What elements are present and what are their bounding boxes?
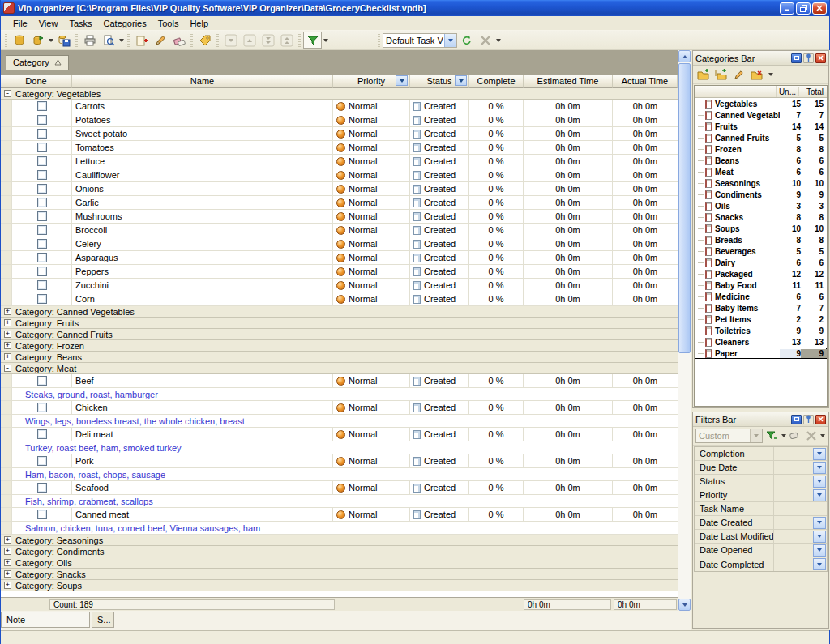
apply-filter-icon[interactable] (764, 429, 778, 443)
categories-pin-icon[interactable] (803, 53, 814, 63)
column-header-complete[interactable]: Complete (469, 75, 524, 88)
categories-float-icon[interactable] (791, 53, 802, 63)
category-item[interactable]: Oils33 (695, 200, 827, 211)
task-checkbox[interactable] (37, 211, 47, 221)
category-group-row[interactable]: -Category: Vegetables (1, 88, 678, 100)
category-item[interactable]: Medicine66 (695, 291, 827, 302)
open-database-icon[interactable] (28, 32, 47, 49)
category-item[interactable]: Pet Items22 (695, 313, 827, 325)
filter-value[interactable] (774, 488, 813, 501)
close-button[interactable] (812, 2, 827, 15)
priority-filter-dropdown-icon[interactable] (396, 75, 408, 86)
filters-pin-icon[interactable] (803, 415, 814, 424)
category-group-row[interactable]: +Category: Beans (1, 352, 678, 363)
task-view-dropdown-icon[interactable] (444, 34, 456, 47)
column-header-priority[interactable]: Priority (333, 75, 410, 88)
collapse-icon[interactable]: - (4, 90, 11, 97)
category-item[interactable]: Fruits1414 (695, 121, 827, 132)
expand-icon[interactable]: + (4, 559, 11, 566)
filter-value[interactable] (774, 461, 813, 474)
restore-button[interactable] (796, 2, 811, 15)
filter-value[interactable] (774, 502, 827, 515)
filter-dropdown-icon[interactable] (813, 544, 826, 557)
menu-tasks[interactable]: Tasks (63, 18, 97, 29)
scrollbar-thumb[interactable] (678, 63, 691, 353)
filters-close-icon[interactable] (815, 415, 826, 424)
expand-icon[interactable]: + (4, 536, 11, 544)
delete-category-icon[interactable] (749, 67, 765, 82)
status-filter-dropdown-icon[interactable] (455, 75, 467, 86)
category-item[interactable]: Toiletries99 (695, 325, 827, 336)
task-row[interactable]: PorkNormalCreated0 %0h 0m0h 0m (1, 454, 678, 468)
new-task-icon[interactable] (132, 32, 151, 49)
tab-note[interactable]: Note (1, 612, 90, 628)
column-header-status[interactable]: Status (410, 75, 469, 88)
category-item[interactable]: Snacks88 (695, 211, 827, 223)
task-row[interactable]: CauliflowerNormalCreated0 %0h 0m0h 0m (1, 168, 678, 182)
expand-icon[interactable]: + (4, 548, 11, 555)
category-item[interactable]: Canned Vegetables77 (695, 109, 827, 121)
task-checkbox[interactable] (37, 225, 47, 235)
task-checkbox[interactable] (37, 129, 47, 139)
task-checkbox[interactable] (37, 143, 47, 152)
filter-value[interactable] (774, 530, 813, 543)
column-header-actual-time[interactable]: Actual Time (613, 75, 678, 88)
column-header-done[interactable]: Done (1, 75, 72, 88)
category-item[interactable]: Beans66 (695, 155, 827, 166)
filter-value[interactable] (774, 544, 813, 557)
category-group-row[interactable]: +Category: Condiments (1, 546, 678, 557)
tab-subtasks[interactable]: S... (92, 612, 114, 628)
category-group-row[interactable]: +Category: Frozen (1, 340, 678, 352)
collapse-icon[interactable]: - (4, 365, 11, 372)
delete-task-icon[interactable] (169, 32, 188, 49)
category-item[interactable]: Baby Food1111 (695, 279, 827, 291)
category-group-row[interactable]: +Category: Canned Vegetables (1, 306, 678, 318)
print-icon[interactable] (80, 32, 99, 49)
task-checkbox[interactable] (37, 156, 47, 166)
category-item[interactable]: Frozen88 (695, 143, 827, 155)
category-item[interactable]: Breads88 (695, 234, 827, 245)
category-group-row[interactable]: +Category: Soups (1, 580, 678, 591)
task-row[interactable]: AsparagusNormalCreated0 %0h 0m0h 0m (1, 251, 678, 265)
task-row[interactable]: Sweet potatoNormalCreated0 %0h 0m0h 0m (1, 127, 678, 141)
category-item[interactable]: Beverages55 (695, 245, 827, 257)
scroll-down-icon[interactable] (678, 599, 691, 611)
edit-category-icon[interactable] (731, 67, 747, 82)
task-checkbox[interactable] (37, 101, 47, 111)
category-group-row[interactable]: +Category: Oils (1, 557, 678, 569)
expand-icon[interactable]: + (4, 570, 11, 578)
menu-file[interactable]: File (7, 18, 33, 29)
category-group-row[interactable]: +Category: Snacks (1, 569, 678, 580)
task-checkbox[interactable] (37, 376, 47, 386)
filter-value[interactable] (774, 475, 813, 488)
category-item[interactable]: Packaged1212 (695, 268, 827, 279)
task-checkbox[interactable] (37, 483, 47, 493)
task-row[interactable]: CornNormalCreated0 %0h 0m0h 0m (1, 292, 678, 306)
category-item[interactable]: Condiments99 (695, 189, 827, 200)
filter-dropdown-icon[interactable] (813, 517, 826, 529)
filter-value[interactable] (774, 516, 813, 529)
save-database-icon[interactable] (54, 32, 73, 49)
filter-value[interactable] (774, 557, 813, 571)
new-database-icon[interactable] (10, 32, 28, 49)
minimize-button[interactable] (780, 2, 794, 15)
task-checkbox[interactable] (37, 294, 47, 304)
menu-view[interactable]: View (33, 18, 64, 29)
category-item[interactable]: Soups1010 (695, 223, 827, 234)
category-item[interactable]: Baby Items77 (695, 302, 827, 313)
filters-float-icon[interactable] (791, 415, 802, 424)
expand-icon[interactable]: + (4, 582, 11, 589)
expand-icon[interactable]: + (4, 353, 11, 360)
task-checkbox[interactable] (37, 280, 47, 290)
apply-view-icon[interactable] (457, 32, 476, 49)
category-item[interactable]: Canned Fruits55 (695, 132, 827, 143)
menu-help[interactable]: Help (184, 18, 214, 29)
add-category-icon[interactable] (695, 67, 712, 82)
column-header-estimated-time[interactable]: Estimated Time (524, 75, 613, 88)
task-row[interactable]: CarrotsNormalCreated0 %0h 0m0h 0m (1, 100, 678, 113)
apply-filter-dropdown-icon[interactable] (781, 428, 787, 445)
edit-task-icon[interactable] (151, 32, 169, 49)
column-header-unread[interactable]: Un... (777, 87, 799, 96)
filter-dropdown-icon[interactable] (813, 476, 826, 488)
task-row[interactable]: SeafoodNormalCreated0 %0h 0m0h 0m (1, 481, 678, 495)
